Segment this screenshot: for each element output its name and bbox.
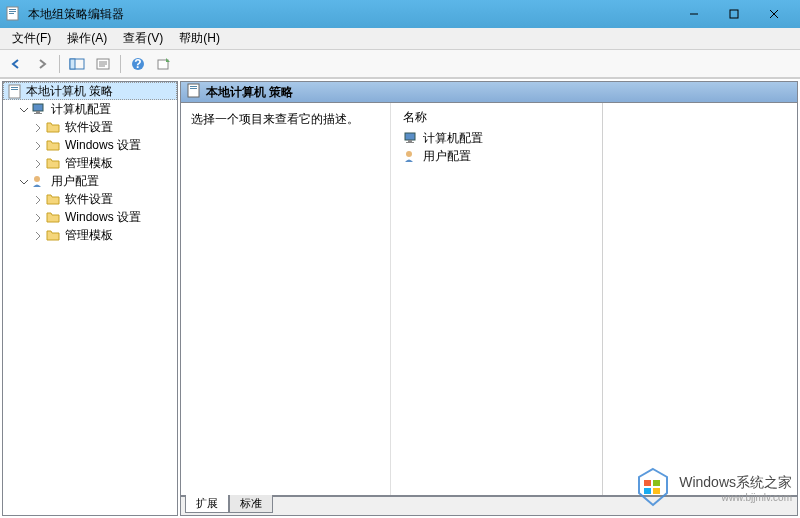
svg-rect-29 [406,142,414,143]
list-item-user[interactable]: 用户配置 [399,147,594,165]
svg-point-30 [406,151,412,157]
svg-rect-9 [70,59,75,69]
tree-user-windows[interactable]: Windows 设置 [3,208,177,226]
column-header-name[interactable]: 名称 [399,107,594,129]
right-header-text: 本地计算机 策略 [206,84,293,101]
expand-icon[interactable] [31,121,43,133]
tree-root[interactable]: 本地计算机 策略 [3,82,177,100]
export-button[interactable] [152,53,176,75]
minimize-button[interactable] [674,2,714,26]
computer-icon [403,130,419,146]
tree-computer-software[interactable]: 软件设置 [3,118,177,136]
content-area: 本地计算机 策略 计算机配置 软件设置 Windows 设置 管理模板 用户配置 [0,78,800,518]
svg-rect-21 [36,111,40,113]
folder-icon [45,155,61,171]
empty-column [603,103,798,495]
tree-label: 软件设置 [65,119,113,136]
expand-icon[interactable] [31,139,43,151]
show-hide-tree-button[interactable] [65,53,89,75]
tree-label: 管理模板 [65,227,113,244]
tree-computer-admin[interactable]: 管理模板 [3,154,177,172]
description-text: 选择一个项目来查看它的描述。 [191,111,380,128]
description-column: 选择一个项目来查看它的描述。 [181,103,391,495]
right-panel: 本地计算机 策略 选择一个项目来查看它的描述。 名称 计算机配置 用户配置 [180,81,798,516]
svg-rect-18 [11,87,18,88]
titlebar: 本地组策略编辑器 [0,0,800,28]
menu-file[interactable]: 文件(F) [4,28,59,49]
computer-icon [31,101,47,117]
right-header: 本地计算机 策略 [180,81,798,103]
list-item-computer[interactable]: 计算机配置 [399,129,594,147]
tree-label: 管理模板 [65,155,113,172]
expand-icon[interactable] [31,157,43,169]
expand-icon[interactable] [31,211,43,223]
list-item-label: 计算机配置 [423,130,483,147]
tree-panel[interactable]: 本地计算机 策略 计算机配置 软件设置 Windows 设置 管理模板 用户配置 [2,81,178,516]
expand-icon[interactable] [31,229,43,241]
tree-user-software[interactable]: 软件设置 [3,190,177,208]
svg-rect-2 [9,11,16,12]
svg-rect-1 [9,9,16,10]
window-controls [674,2,794,26]
tab-standard[interactable]: 标准 [229,495,273,513]
tree-label: Windows 设置 [65,137,141,154]
document-icon [187,83,200,101]
menubar: 文件(F) 操作(A) 查看(V) 帮助(H) [0,28,800,50]
svg-rect-5 [730,10,738,18]
menu-action[interactable]: 操作(A) [59,28,115,49]
document-icon [6,83,22,99]
svg-text:?: ? [134,57,141,71]
folder-icon [45,209,61,225]
svg-rect-26 [190,88,197,89]
tree-label: 用户配置 [51,173,99,190]
collapse-icon[interactable] [17,103,29,115]
forward-button[interactable] [30,53,54,75]
svg-rect-24 [188,84,199,97]
maximize-button[interactable] [714,2,754,26]
tree-label: 本地计算机 策略 [26,83,113,100]
svg-rect-25 [190,86,197,87]
user-icon [31,173,47,189]
back-button[interactable] [4,53,28,75]
menu-help[interactable]: 帮助(H) [171,28,228,49]
svg-point-23 [34,176,40,182]
menu-view[interactable]: 查看(V) [115,28,171,49]
toolbar: ? [0,50,800,78]
help-button[interactable]: ? [126,53,150,75]
expand-icon[interactable] [31,193,43,205]
svg-rect-22 [34,113,42,114]
svg-rect-28 [408,140,412,142]
list-item-label: 用户配置 [423,148,471,165]
tree-computer-windows[interactable]: Windows 设置 [3,136,177,154]
properties-button[interactable] [91,53,115,75]
list-column: 名称 计算机配置 用户配置 [391,103,602,495]
app-icon [6,6,22,22]
user-icon [403,148,419,164]
tree-label: 计算机配置 [51,101,111,118]
svg-rect-3 [9,13,14,14]
svg-rect-27 [405,133,415,140]
tree-user-config[interactable]: 用户配置 [3,172,177,190]
tabs: 扩展 标准 [180,496,798,516]
tree-label: 软件设置 [65,191,113,208]
tree-computer-config[interactable]: 计算机配置 [3,100,177,118]
window-title: 本地组策略编辑器 [28,6,674,23]
svg-rect-19 [11,89,18,90]
tree-label: Windows 设置 [65,209,141,226]
folder-icon [45,191,61,207]
svg-rect-20 [33,104,43,111]
folder-icon [45,227,61,243]
right-body: 选择一个项目来查看它的描述。 名称 计算机配置 用户配置 [180,103,798,496]
close-button[interactable] [754,2,794,26]
tree-user-admin[interactable]: 管理模板 [3,226,177,244]
folder-icon [45,119,61,135]
tab-extended[interactable]: 扩展 [185,495,229,513]
folder-icon [45,137,61,153]
collapse-icon[interactable] [17,175,29,187]
svg-rect-17 [9,85,20,98]
